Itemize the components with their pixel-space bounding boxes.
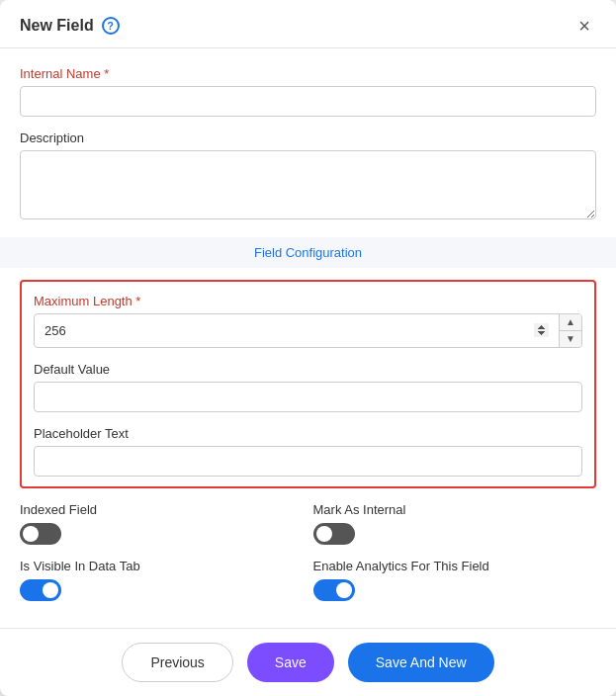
default-value-label: Default Value	[34, 362, 582, 377]
indexed-field-slider	[20, 523, 61, 545]
help-icon[interactable]: ?	[102, 17, 120, 35]
is-visible-slider	[20, 579, 61, 601]
title-row: New Field ?	[20, 17, 120, 35]
indexed-field-label: Indexed Field	[20, 502, 304, 517]
toggles-section: Indexed Field Mark As Internal Is Visibl…	[20, 502, 596, 601]
mark-as-internal-toggle-item: Mark As Internal	[313, 502, 597, 545]
modal-title: New Field	[20, 17, 94, 35]
mark-as-internal-label: Mark As Internal	[313, 502, 597, 517]
description-input[interactable]	[20, 150, 596, 219]
mark-as-internal-slider	[313, 523, 355, 545]
close-button[interactable]: ×	[572, 14, 596, 38]
indexed-field-toggle[interactable]	[20, 523, 61, 545]
internal-name-group: Internal Name *	[20, 66, 596, 117]
is-visible-toggle-item: Is Visible In Data Tab	[20, 559, 304, 601]
enable-analytics-label: Enable Analytics For This Field	[313, 559, 597, 573]
enable-analytics-toggle-item: Enable Analytics For This Field	[313, 559, 597, 601]
default-value-input[interactable]	[34, 382, 582, 412]
indexed-field-toggle-item: Indexed Field	[20, 502, 304, 545]
modal-body: Internal Name * Description Field Config…	[0, 48, 616, 628]
internal-name-input[interactable]	[20, 86, 596, 117]
config-section: Maximum Length * ▲ ▼ Default Value Place…	[20, 280, 596, 488]
enable-analytics-toggle[interactable]	[313, 579, 355, 601]
internal-name-label: Internal Name *	[20, 66, 596, 81]
enable-analytics-slider	[313, 579, 355, 601]
max-length-label: Maximum Length *	[34, 294, 582, 308]
save-and-new-button[interactable]: Save And New	[348, 643, 494, 682]
max-length-input-wrapper: ▲ ▼	[34, 313, 582, 348]
modal-footer: Previous Save Save And New	[0, 628, 616, 696]
save-button[interactable]: Save	[247, 643, 334, 682]
max-length-group: Maximum Length * ▲ ▼	[34, 294, 582, 348]
max-length-input[interactable]	[35, 316, 559, 345]
modal-header: New Field ? ×	[0, 0, 616, 48]
spinner-buttons: ▲ ▼	[559, 314, 581, 347]
spinner-down-button[interactable]: ▼	[560, 331, 581, 347]
default-value-group: Default Value	[34, 362, 582, 412]
new-field-modal: New Field ? × Internal Name * Descriptio…	[0, 0, 616, 696]
placeholder-text-input[interactable]	[34, 446, 582, 477]
field-configuration-divider: Field Configuration	[0, 237, 616, 268]
placeholder-text-label: Placeholder Text	[34, 426, 582, 441]
description-label: Description	[20, 130, 596, 145]
mark-as-internal-toggle[interactable]	[313, 523, 355, 545]
spinner-up-button[interactable]: ▲	[560, 314, 581, 331]
placeholder-text-group: Placeholder Text	[34, 426, 582, 477]
previous-button[interactable]: Previous	[122, 643, 232, 682]
is-visible-label: Is Visible In Data Tab	[20, 559, 304, 573]
field-configuration-label: Field Configuration	[254, 245, 362, 260]
is-visible-toggle[interactable]	[20, 579, 61, 601]
description-group: Description	[20, 130, 596, 223]
